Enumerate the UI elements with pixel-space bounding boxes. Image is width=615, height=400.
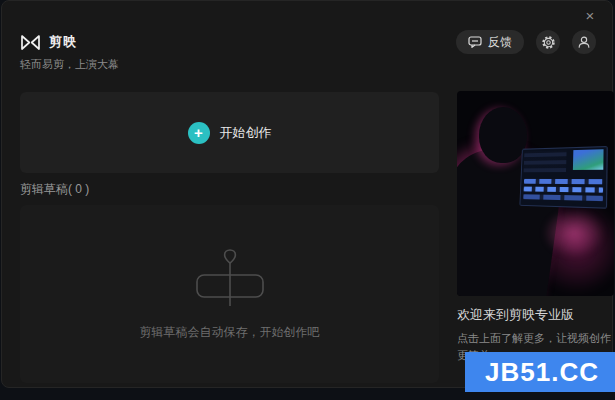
promo-timeline-track xyxy=(524,187,603,193)
promo-title: 欢迎来到剪映专业版 xyxy=(457,306,614,324)
promo-screen-preview xyxy=(573,149,604,170)
feedback-label: 反馈 xyxy=(488,34,512,51)
start-creating-button[interactable]: + 开始创作 xyxy=(188,122,272,144)
drafts-section-label: 剪辑草稿( 0 ) xyxy=(20,181,89,198)
close-icon[interactable]: × xyxy=(580,5,600,25)
account-button[interactable] xyxy=(572,30,596,54)
gear-icon xyxy=(541,35,556,50)
promo-laptop-screen xyxy=(519,146,607,209)
promo-person-head xyxy=(479,107,527,163)
settings-button[interactable] xyxy=(536,30,560,54)
promo-image[interactable] xyxy=(457,91,614,296)
app-tagline: 轻而易剪，上演大幕 xyxy=(20,57,119,72)
drafts-empty-hint: 剪辑草稿会自动保存，开始创作吧 xyxy=(140,324,320,341)
promo-sidebar: 欢迎来到剪映专业版 点击上面了解更多，让视频创作更简单 xyxy=(457,91,614,364)
app-title: 剪映 xyxy=(49,33,77,51)
feedback-button[interactable]: 反馈 xyxy=(456,30,524,54)
drafts-panel: 剪辑草稿会自动保存，开始创作吧 xyxy=(20,205,439,383)
promo-screen-panels xyxy=(524,150,567,172)
header-controls: 反馈 xyxy=(456,30,596,54)
header: 剪映 反馈 xyxy=(20,30,596,54)
plus-icon: + xyxy=(188,122,210,144)
promo-timeline-track xyxy=(524,179,603,184)
promo-timeline-track xyxy=(523,194,603,201)
user-icon xyxy=(577,35,591,49)
create-banner: + 开始创作 xyxy=(20,92,439,173)
app-window: × 剪映 反馈 xyxy=(1,0,613,388)
clip-playhead-icon xyxy=(194,248,266,308)
promo-hand-glow xyxy=(543,209,605,257)
comment-icon xyxy=(468,36,482,48)
watermark-badge: JB51.CC xyxy=(465,352,615,392)
brand: 剪映 xyxy=(20,33,77,51)
capcut-logo-icon xyxy=(20,34,41,51)
start-creating-label: 开始创作 xyxy=(220,124,272,142)
